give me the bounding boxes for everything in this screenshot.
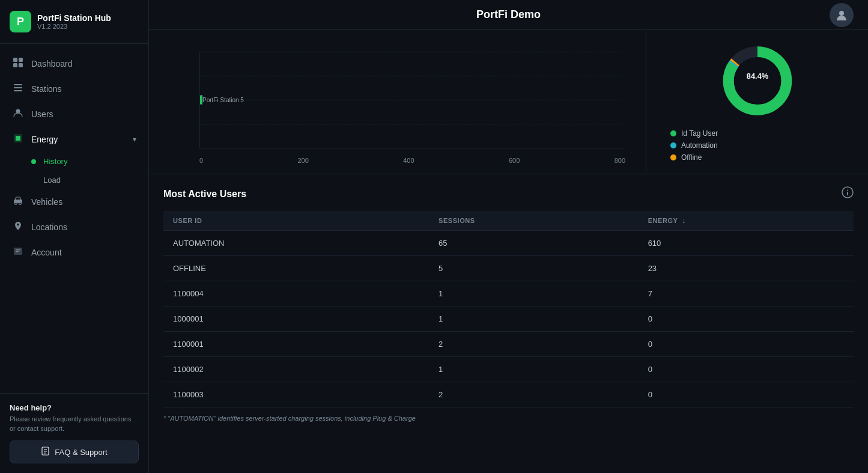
station-bar-label: PortFi Station 5 [202,97,244,103]
table-row: 1100002 1 0 [163,357,854,382]
app-title: PortFi Station Hub [37,13,111,23]
table-footnote: * "AUTOMATION" identifies server-started… [163,407,854,422]
need-help-label: Need help? [10,403,139,412]
faq-btn-label: FAQ & Support [55,448,107,457]
svg-rect-9 [16,136,20,141]
locations-icon [12,221,24,234]
grid-line-3 [200,124,625,124]
legend-label-idtag: Id Tag User [681,129,718,138]
table-row: 1100004 1 7 [163,281,854,307]
svg-rect-28 [847,192,848,195]
need-help-sublabel: Please review frequently asked questions… [10,415,139,433]
cell-user-id: 1100002 [163,357,429,382]
app-version: V1.2 2023 [37,23,111,30]
x-label-800: 800 [615,157,625,164]
history-label: History [43,157,67,166]
table-header-row: Most Active Users [163,186,854,201]
legend-item-idtag: Id Tag User [670,129,718,138]
cell-user-id: OFFLINE [163,256,429,281]
info-icon-button[interactable] [842,186,854,201]
chart-section: PortFi Station 5 0 200 400 600 800 [149,30,868,174]
account-icon [12,246,24,259]
energy-icon [12,133,24,146]
legend-dot-idtag [670,130,676,136]
col-header-energy[interactable]: ENERGY ↓ [639,211,854,231]
svg-rect-6 [14,90,22,91]
sidebar-logo[interactable]: P PortFi Station Hub V1.2 2023 [0,0,148,44]
x-label-0: 0 [199,157,203,164]
sidebar-subitem-load[interactable]: Load [0,171,148,189]
svg-point-20 [839,11,844,16]
x-label-200: 200 [297,157,308,164]
cell-energy: 610 [639,231,854,256]
energy-chevron-icon: ▾ [133,135,136,144]
sidebar-footer: Need help? Please review frequently aske… [0,393,148,473]
app-logo-icon: P [10,11,31,32]
y-axis-labels [163,52,195,148]
grid-line-top [200,52,625,52]
table-row: 1100001 2 0 [163,332,854,357]
vehicles-label: Vehicles [31,197,62,207]
table-row: OFFLINE 5 23 [163,256,854,281]
energy-label: Energy [31,135,58,144]
history-active-dot [31,159,36,164]
svg-rect-1 [19,58,23,62]
svg-point-27 [847,190,848,191]
cell-energy: 7 [639,281,854,307]
donut-legend: Id Tag User Automation Offline [670,129,718,162]
users-icon [12,108,24,121]
cell-user-id: 1100004 [163,281,429,307]
vehicles-icon [12,195,24,209]
stations-icon [12,82,24,96]
dashboard-icon [12,57,24,70]
station-bar [200,95,202,105]
x-axis-labels: 0 200 400 600 800 [199,157,625,164]
table-section: Most Active Users USER ID [149,174,868,473]
table-header-row-el: USER ID SESSIONS ENERGY ↓ [163,211,854,231]
faq-support-button[interactable]: FAQ & Support [10,441,139,463]
col-user-id-label: USER ID [173,217,202,224]
table-body: AUTOMATION 65 610 OFFLINE 5 23 1100004 1… [163,231,854,407]
bar-chart-area: PortFi Station 5 0 200 400 600 800 [149,30,646,174]
cell-sessions: 2 [429,382,639,407]
cell-energy: 0 [639,332,854,357]
col-header-user-id: USER ID [163,211,429,231]
users-label: Users [31,109,53,119]
cell-user-id: 1100003 [163,382,429,407]
donut-section: 84.4% Id Tag User Automation Offline [646,30,868,174]
load-dot-placeholder [31,178,36,183]
sidebar-item-energy[interactable]: Energy ▾ [0,127,148,152]
legend-item-offline: Offline [670,153,718,162]
table-head: USER ID SESSIONS ENERGY ↓ [163,211,854,231]
page-title: PortFi Demo [476,8,541,21]
table-row: 1000001 1 0 [163,307,854,332]
chart-grid: PortFi Station 5 [199,52,625,148]
svg-point-12 [19,203,22,205]
cell-sessions: 1 [429,307,639,332]
sidebar-item-account[interactable]: Account [0,240,148,265]
sidebar-item-locations[interactable]: Locations [0,215,148,240]
svg-rect-3 [19,63,23,67]
cell-sessions: 1 [429,281,639,307]
table-row: 1100003 2 0 [163,382,854,407]
avatar-button[interactable] [830,3,854,27]
svg-rect-2 [13,63,17,67]
grid-line-2 [200,100,625,100]
sidebar-item-users[interactable]: Users [0,102,148,127]
dashboard-label: Dashboard [31,59,73,69]
svg-rect-4 [14,84,22,85]
table-row: AUTOMATION 65 610 [163,231,854,256]
energy-sort-icon: ↓ [682,217,686,224]
faq-icon [41,447,50,457]
cell-sessions: 2 [429,332,639,357]
energy-submenu: History Load [0,152,148,189]
sidebar-item-vehicles[interactable]: Vehicles [0,189,148,215]
sidebar-item-stations[interactable]: Stations [0,76,148,102]
table-title: Most Active Users [163,189,246,200]
cell-user-id: AUTOMATION [163,231,429,256]
sidebar-item-dashboard[interactable]: Dashboard [0,51,148,76]
col-energy-label: ENERGY [648,217,678,224]
sidebar-subitem-history[interactable]: History [0,152,148,171]
locations-label: Locations [31,222,67,232]
main-content-area: PortFi Demo [149,0,868,473]
